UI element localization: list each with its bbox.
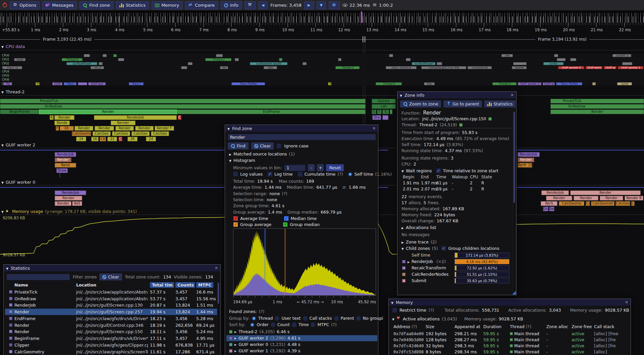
column-header-appeared[interactable]: Appeared at xyxy=(454,324,482,330)
column-header-counts[interactable]: Counts xyxy=(175,282,195,288)
collapse-icon[interactable] xyxy=(391,300,393,305)
allocations-list-toggle[interactable]: Allocations list xyxy=(401,225,436,230)
zone-render[interactable]: Render xyxy=(574,196,598,201)
close-icon[interactable] xyxy=(625,300,628,305)
cpu-zone[interactable] xyxy=(118,58,124,61)
zone-renderjob[interactable]: RenderJob xyxy=(55,152,76,157)
cpu-zone[interactable]: rot_d xyxy=(91,66,104,69)
zone[interactable]: C xyxy=(178,115,181,120)
cpu-zone[interactable]: iworke xyxy=(512,66,527,69)
expand-icon[interactable] xyxy=(234,341,236,348)
cpu-zone[interactable]: Tracy Profiler xyxy=(231,82,265,85)
collapse-icon[interactable] xyxy=(1,142,4,147)
column-header-mtpc[interactable]: MTPC xyxy=(196,282,213,288)
zone-render[interactable]: Render xyxy=(600,196,623,201)
self-time-toggle[interactable] xyxy=(348,172,353,177)
sort-count-radio[interactable] xyxy=(271,322,275,327)
zone[interactable]: C8 xyxy=(100,137,106,141)
column-header-name[interactable]: Name xyxy=(14,282,75,288)
child-zones-toggle[interactable]: Child zones(5)Group children locations xyxy=(401,246,499,251)
cpu-zone[interactable]: Tracy Profiler xyxy=(556,82,582,85)
sort-mtpc-radio[interactable] xyxy=(311,322,315,327)
histogram-toggle[interactable]: Histogram xyxy=(229,158,255,163)
info-button[interactable]: Info xyxy=(221,1,242,9)
cpu-data-section-header[interactable]: CPU data xyxy=(1,44,25,49)
cpu-zone[interactable] xyxy=(622,62,632,65)
cpu-zone[interactable]: GUIF worker 2 xyxy=(518,82,541,85)
zone[interactable]: Re5 xyxy=(72,201,82,206)
column-header-thread[interactable]: Thread xyxy=(510,324,525,329)
zone-draw[interactable]: Draw xyxy=(56,168,68,173)
table-row[interactable]: RenderJobjni/../jni/src/guif/Screen.cpp:… xyxy=(5,302,218,308)
zone-update[interactable]: Update xyxy=(372,99,396,103)
frame-label-right[interactable]: Frame 3,194 (13.92 ms) xyxy=(535,37,589,42)
cpu-zone[interactable]: Tracy I xyxy=(129,82,144,85)
zone[interactable]: RerS xyxy=(541,201,557,206)
cpu-zone[interactable]: Thread-2 xyxy=(376,82,402,85)
thread2-section-header[interactable]: Thread-2 xyxy=(1,89,24,94)
zone-beginframe[interactable]: BeginFrame xyxy=(0,109,39,114)
cpu-zone[interactable]: GUIF worker 0 xyxy=(558,66,584,69)
cpu-zone[interactable] xyxy=(338,58,341,61)
child-zone-row[interactable]: RenderJob(×2) 4.16 ms (92.60%) xyxy=(397,259,516,265)
cpu-zone[interactable] xyxy=(78,82,87,85)
child-zone-row[interactable]: CalcRenderNodes 51.51 µs (1.15%) xyxy=(397,272,516,277)
cpu-zone[interactable]: Trac xyxy=(424,82,435,85)
zone[interactable]: Ca xyxy=(586,201,590,206)
cpu-zone[interactable]: composer@2.1-se (Hw xyxy=(421,66,466,69)
zone-calcgeometry[interactable]: CalcGeo xyxy=(615,201,630,206)
zone-render[interactable]: Render xyxy=(135,126,154,131)
zone-render[interactable]: Render xyxy=(54,115,74,120)
cpu-zone[interactable]: surfac xyxy=(543,62,564,65)
zone[interactable]: Dra xyxy=(543,207,548,211)
cpu-zone[interactable]: surfaceflinger xyxy=(412,62,435,65)
zone-onredraw[interactable]: OnRedraw xyxy=(550,104,644,109)
column-header-call-stack[interactable]: Call stack xyxy=(594,324,630,330)
zone[interactable]: R xyxy=(50,115,54,120)
statistics-button[interactable]: Statistics xyxy=(116,1,149,9)
table-row[interactable]: Renderjni/../jni/src/guif/Screen.cpp:150… xyxy=(5,328,218,335)
scrollbar-thumb[interactable] xyxy=(218,283,219,304)
find-zone-search-input[interactable] xyxy=(228,134,376,140)
found-zone-group-row[interactable]: Thread-2(4,105)6.46 s xyxy=(226,329,377,335)
cpu-zone[interactable]: Thread-2 xyxy=(62,58,83,61)
zone-render[interactable]: Render xyxy=(55,158,71,162)
found-zone-group-row[interactable]: GUIF worker 0(3,231)4.48 s xyxy=(226,342,377,348)
cpu-zone[interactable]: surfaceflinger xyxy=(66,62,97,65)
cpu-zone[interactable] xyxy=(513,62,527,65)
zone-render[interactable]: Render R xyxy=(625,196,643,201)
collapse-icon[interactable] xyxy=(6,266,8,271)
cpu-zone[interactable]: tracy_systrace xyxy=(386,66,417,69)
sort-time-radio[interactable] xyxy=(292,322,297,327)
help-icon[interactable]: (?) xyxy=(331,322,336,327)
cpu-zone[interactable]: A xyxy=(328,82,331,85)
cpu-zone[interactable]: kwgt xyxy=(14,58,25,61)
table-row-selected[interactable]: Renderjni/../jni/src/guif/Screen.cpp:257… xyxy=(5,309,218,315)
cpu-zone[interactable] xyxy=(84,54,90,57)
zone-calcgeometry[interactable]: CalcGeo xyxy=(151,131,169,136)
cpu-zone[interactable]: GUIF-wor xyxy=(88,82,106,85)
zone-render[interactable]: Render xyxy=(74,126,93,131)
table-row[interactable]: 0x7e049b3d00128 bytes298.27 ms59.95 s Ma… xyxy=(389,337,630,343)
zone-render[interactable]: Render xyxy=(55,201,71,206)
find-button[interactable]: Find xyxy=(228,142,249,149)
zone-render[interactable]: Render xyxy=(115,126,134,131)
goto-frame-button[interactable] xyxy=(329,1,340,9)
collapse-icon[interactable] xyxy=(227,126,230,131)
table-row[interactable]: Clipperjni/../jni/src/claw/gfx/geo/Clipp… xyxy=(5,342,218,348)
close-icon[interactable] xyxy=(215,266,218,270)
found-zone-group-row[interactable]: GUIF worker 1(3,192)4.39 s xyxy=(226,348,377,354)
table-row[interactable]: EndFramejni/../jni/src/claw/gfx/drv/vk/D… xyxy=(5,315,218,322)
cpu-zone[interactable] xyxy=(279,58,282,61)
zone-render-selected[interactable]: Render xyxy=(39,109,177,114)
zone-calcgeometry[interactable]: CalcGeo xyxy=(131,131,150,136)
zone[interactable]: C xyxy=(118,137,122,141)
statistics-button[interactable]: Statistics xyxy=(484,100,516,107)
zone-call[interactable]: call xyxy=(372,104,396,109)
collapse-icon[interactable] xyxy=(1,44,4,49)
zone-calcgeometry[interactable]: CalcGeomet xyxy=(591,201,614,206)
column-header-location[interactable]: Location xyxy=(76,282,148,288)
column-header-size[interactable]: Size xyxy=(426,324,453,330)
zone-render[interactable]: Render xyxy=(570,190,641,195)
cpu-zone[interactable] xyxy=(437,62,442,65)
